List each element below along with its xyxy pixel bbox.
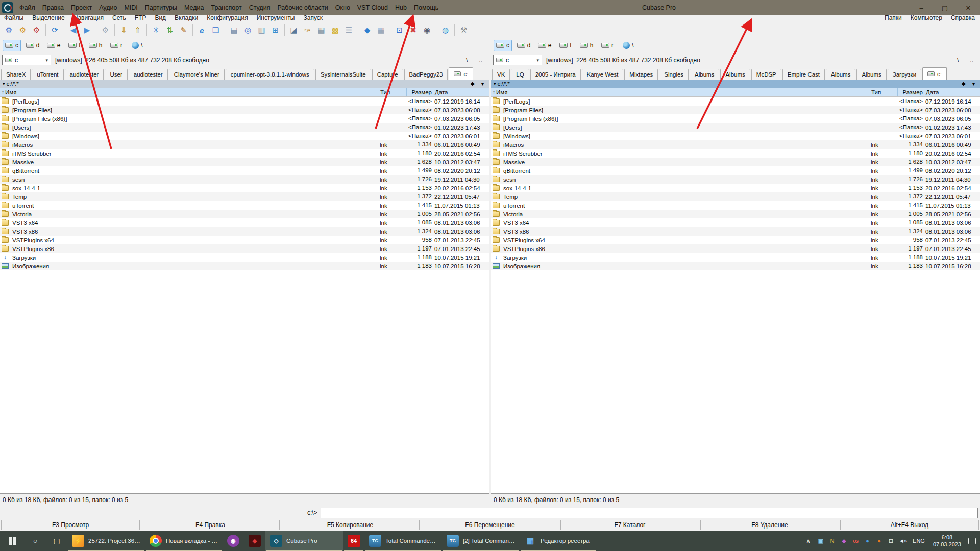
taskbar-item-totalcmd-2[interactable]: TC[2] Total Command... xyxy=(442,531,520,551)
current-path-bar[interactable]: ▾c:\*.*✱▾ xyxy=(491,80,980,88)
fkey-f4-button[interactable]: F4 Правка xyxy=(141,520,280,530)
file-row[interactable]: VSTPlugins x64lnk95807.01.2013 22:45 xyxy=(491,236,980,244)
fkey-f3-button[interactable]: F3 Просмотр xyxy=(1,520,140,530)
folder-tab[interactable]: McDSP xyxy=(751,69,781,80)
nav-diamond-icon[interactable]: ◆ xyxy=(360,24,374,36)
clipboard-icon[interactable]: ✎ xyxy=(177,24,190,36)
split-view-icon[interactable]: ✳ xyxy=(149,24,163,36)
cubase-menu-правка[interactable]: Правка xyxy=(42,4,64,11)
folder-tab[interactable]: audiotester xyxy=(65,69,104,80)
tray-app-dot-blue-icon[interactable]: ● xyxy=(864,538,871,544)
cubase-menu-партитуры[interactable]: Партитуры xyxy=(145,4,177,11)
folder-tab-active[interactable]: c: xyxy=(922,67,947,80)
tc-menu-справка[interactable]: Справка xyxy=(951,14,975,21)
file-row[interactable]: iMacroslnk1 33406.01.2016 00:49 xyxy=(0,140,489,149)
file-row[interactable]: uTorrentlnk1 41511.07.2015 01:13 xyxy=(0,201,489,210)
tc-menu-навигация[interactable]: Навигация xyxy=(74,14,104,21)
tc-menu-файлы[interactable]: Файлы xyxy=(4,14,23,21)
cubase-menu-аудио[interactable]: Аудио xyxy=(99,4,117,11)
network-places-icon[interactable]: ❏ xyxy=(209,24,223,36)
drive-button-c[interactable]: c xyxy=(3,40,21,51)
folder-tab[interactable]: Загрузки xyxy=(888,69,921,80)
file-row[interactable]: sox-14-4-1lnk1 15320.02.2016 02:54 xyxy=(0,184,489,192)
calculator-icon[interactable]: ▦ xyxy=(314,24,328,36)
drive-button-r[interactable]: r xyxy=(598,40,617,51)
hidden-icons-chevron[interactable]: ∧ xyxy=(804,538,812,544)
filter-icon[interactable]: ✱ xyxy=(959,81,968,87)
drive-selector[interactable]: c▾ xyxy=(2,55,51,65)
taskbar-item-totalcmd-1[interactable]: TCTotal Commander (... xyxy=(364,531,442,551)
options-orange-gear-icon[interactable]: ⚙ xyxy=(16,24,30,36)
search-icon[interactable]: ◉ xyxy=(420,24,434,36)
file-row[interactable]: VST3 x64lnk1 08508.01.2013 03:06 xyxy=(491,218,980,227)
options-red-gear-icon[interactable]: ⚙ xyxy=(30,24,43,36)
parent-dir-button[interactable]: .. xyxy=(475,57,486,64)
fkey-alt-f4-button[interactable]: Alt+F4 Выход xyxy=(840,520,979,530)
column-header-type[interactable]: Тип xyxy=(869,88,897,96)
folder-tab[interactable]: Albums xyxy=(826,69,855,80)
folder-unpack-icon[interactable]: ⇑ xyxy=(131,24,144,36)
cubase-menu-vst-cloud[interactable]: VST Cloud xyxy=(357,4,388,11)
tray-network-icon[interactable]: ⊡ xyxy=(887,538,894,544)
cubase-menu-hub[interactable]: Hub xyxy=(395,4,407,11)
folder-tab[interactable]: User xyxy=(105,69,127,80)
folder-tab[interactable]: Albums xyxy=(690,69,719,80)
taskbar-clock[interactable]: 6:08 07.03.2023 xyxy=(931,534,963,548)
folder-tab[interactable]: Claymore's Miner xyxy=(169,69,225,80)
internet-explorer-icon[interactable]: e xyxy=(195,24,209,36)
parent-dir-button[interactable]: .. xyxy=(966,57,977,64)
root-dir-button[interactable]: \ xyxy=(953,57,962,64)
drive-button-e[interactable]: e xyxy=(44,40,63,51)
maximize-button[interactable]: ▢ xyxy=(933,0,957,15)
tray-app-blue-icon[interactable]: ▣ xyxy=(817,538,824,544)
notification-center-icon[interactable] xyxy=(968,538,976,544)
folder-tab[interactable]: cpuminer-opt-3.8.1.1-windows xyxy=(226,69,314,80)
doc-view-icon[interactable]: ◎ xyxy=(241,24,255,36)
column-header-type[interactable]: Тип xyxy=(378,88,406,96)
ruler-icon[interactable]: ▦ xyxy=(374,24,388,36)
drive-button-h[interactable]: h xyxy=(86,40,105,51)
taskbar-taskview-button[interactable]: ▢ xyxy=(46,531,67,551)
cubase-menu-рабочие-области[interactable]: Рабочие области xyxy=(277,4,328,11)
file-row[interactable]: [Users]<Папка>01.02.2023 17:43 xyxy=(491,123,980,132)
tc-menu-конфигурация[interactable]: Конфигурация xyxy=(207,14,248,21)
cubase-menu-медиа[interactable]: Медиа xyxy=(184,4,204,11)
cubase-menu-проект[interactable]: Проект xyxy=(71,4,92,11)
file-row[interactable]: [Program Files (x86)]<Папка>07.03.2023 0… xyxy=(491,114,980,123)
file-row[interactable]: iTMS Scrubberlnk1 18020.02.2016 02:54 xyxy=(491,149,980,158)
file-row[interactable]: Victorialnk1 00528.05.2021 02:56 xyxy=(0,210,489,218)
cubase-menu-помощь[interactable]: Помощь xyxy=(414,4,438,11)
current-path-bar[interactable]: ▾c:\*.*✱▾ xyxy=(0,80,489,88)
cubase-menu-студия[interactable]: Студия xyxy=(249,4,271,11)
drive-button-f[interactable]: f xyxy=(65,40,84,51)
file-row[interactable]: [Program Files]<Папка>07.03.2023 06:08 xyxy=(0,106,489,114)
taskbar-item-aimp[interactable]: ⚡25722. Project 365 1... xyxy=(67,531,145,551)
file-row[interactable]: Templnk1 37222.12.2011 05:47 xyxy=(491,192,980,201)
file-row[interactable]: VSTPlugins x86lnk1 19707.01.2013 22:45 xyxy=(0,244,489,253)
file-row[interactable]: Massivelnk1 62810.03.2012 03:47 xyxy=(491,158,980,166)
start-button[interactable] xyxy=(0,531,24,551)
taskbar-item-tor[interactable]: ◉ xyxy=(223,531,244,551)
file-row[interactable]: Templnk1 37222.12.2011 05:47 xyxy=(0,192,489,201)
doc-copy-icon[interactable]: ▥ xyxy=(255,24,268,36)
drive-button-r[interactable]: r xyxy=(107,40,126,51)
fkey-f7-button[interactable]: F7 Каталог xyxy=(560,520,699,530)
tc-menu-вкладки[interactable]: Вкладки xyxy=(175,14,198,21)
cubase-menu-midi[interactable]: MIDI xyxy=(124,4,137,11)
folder-tab[interactable]: Albums xyxy=(856,69,886,80)
tray-app-os-icon[interactable]: os xyxy=(852,538,859,544)
forward-icon[interactable]: ▶ xyxy=(80,24,94,36)
tc-menu-ftp[interactable]: FTP xyxy=(135,14,146,21)
tc-menu-выделение[interactable]: Выделение xyxy=(32,14,65,21)
file-row[interactable]: VST3 x86lnk1 32408.01.2013 03:06 xyxy=(0,227,489,236)
tray-app-dot-orange-icon[interactable]: ● xyxy=(875,538,883,544)
doc-edit-icon[interactable]: ▤ xyxy=(227,24,241,36)
folder-tab[interactable]: 2005 - Интрига xyxy=(530,69,581,80)
language-indicator[interactable]: ENG xyxy=(912,538,926,544)
taskbar-search-button[interactable]: ○ xyxy=(24,531,46,551)
column-header-name[interactable]: ↑Имя xyxy=(0,88,378,96)
brush-icon[interactable]: ✑ xyxy=(301,24,314,36)
folder-tab[interactable]: uTorrent xyxy=(32,69,63,80)
file-row[interactable]: [PerfLogs]<Папка>07.12.2019 16:14 xyxy=(0,97,489,106)
file-row[interactable]: VST3 x86lnk1 32408.01.2013 03:06 xyxy=(491,227,980,236)
